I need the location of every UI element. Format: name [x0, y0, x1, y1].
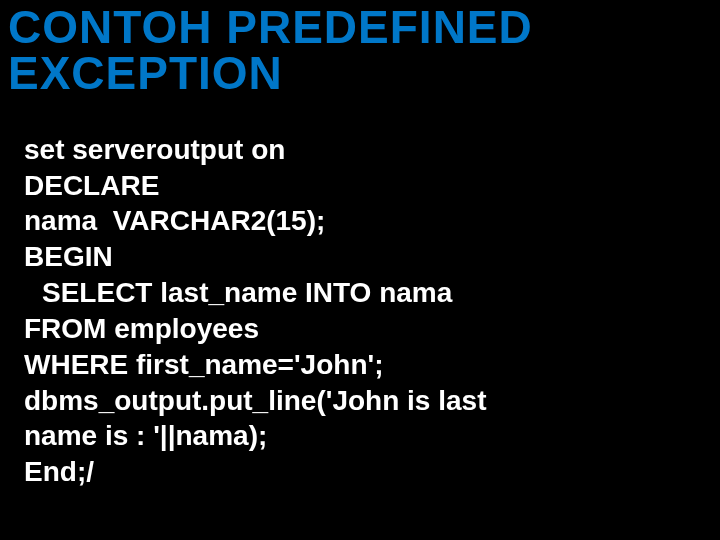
code-line: set serveroutput on — [24, 134, 285, 165]
code-line: DECLARE — [24, 170, 159, 201]
code-block: set serveroutput on DECLARE nama VARCHAR… — [24, 96, 696, 490]
slide-title: CONTOH PREDEFINED EXCEPTION — [0, 0, 720, 96]
code-line: dbms_output.put_line('John is last — [24, 385, 486, 416]
code-line: SELECT last_name INTO nama — [24, 275, 452, 311]
code-line: BEGIN — [24, 241, 113, 272]
code-line: End;/ — [24, 456, 94, 487]
code-line: name is : '||nama); — [24, 420, 267, 451]
title-line-1: CONTOH PREDEFINED — [8, 1, 533, 53]
title-line-2: EXCEPTION — [8, 47, 283, 99]
code-line: FROM employees — [24, 313, 259, 344]
code-line: nama VARCHAR2(15); — [24, 205, 325, 236]
code-line: WHERE first_name='John'; — [24, 349, 384, 380]
